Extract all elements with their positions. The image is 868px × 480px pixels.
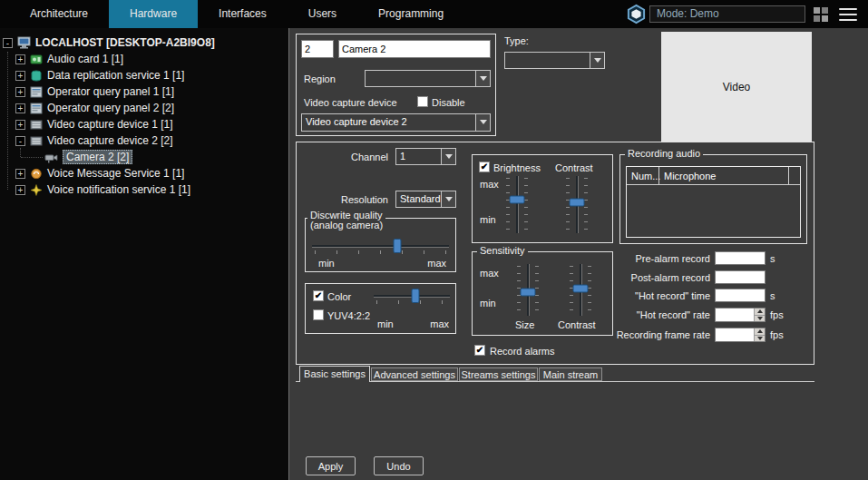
contrast-slider[interactable] xyxy=(565,176,589,233)
apply-button[interactable]: Apply xyxy=(306,456,356,475)
expand-icon[interactable] xyxy=(15,120,25,130)
collapse-icon[interactable] xyxy=(3,38,13,48)
expand-icon[interactable] xyxy=(15,71,25,81)
tree-item-label: Operator query panel 1 [1] xyxy=(47,85,174,98)
region-dropdown[interactable] xyxy=(365,70,491,87)
slider-handle[interactable] xyxy=(412,289,420,303)
tab-hardware[interactable]: Hardware xyxy=(109,0,198,28)
object-id-field[interactable] xyxy=(301,40,334,58)
column-num: Num... xyxy=(627,167,659,184)
hot-record-rate-stepper[interactable] xyxy=(715,308,766,322)
expand-icon[interactable] xyxy=(15,103,25,113)
disable-label: Disable xyxy=(432,97,465,108)
tree-item-camera-2[interactable]: Camera 2 [2] xyxy=(0,149,288,165)
slider-ticks xyxy=(524,178,528,231)
tree-item-data-replication[interactable]: Data replication service 1 [1] xyxy=(0,67,288,83)
query-panel-icon xyxy=(30,86,43,98)
tab-advanced-settings[interactable]: Advanced settings xyxy=(371,367,458,381)
expand-icon[interactable] xyxy=(15,54,25,64)
video-preview-label: Video xyxy=(723,81,750,93)
audio-card-icon xyxy=(30,54,43,65)
hot-record-rate-unit: fps xyxy=(770,309,784,320)
disable-checkbox[interactable] xyxy=(417,96,428,107)
column-microphone: Microphone xyxy=(659,167,789,184)
yuv-checkbox[interactable] xyxy=(313,309,324,320)
brightness-slider[interactable] xyxy=(505,176,529,233)
expand-icon[interactable] xyxy=(15,185,25,195)
hot-record-rate-field[interactable] xyxy=(716,309,754,321)
spin-up-icon[interactable] xyxy=(755,328,765,336)
resolution-dropdown[interactable]: Standard xyxy=(395,191,456,208)
expand-icon[interactable] xyxy=(15,169,25,179)
sensitivity-size-slider[interactable] xyxy=(516,264,540,316)
collapse-icon[interactable] xyxy=(15,136,25,146)
pre-alarm-record-label: Pre-alarm record xyxy=(561,253,710,264)
post-alarm-record-field[interactable] xyxy=(715,270,766,284)
tree-item-localhost[interactable]: LOCALHOST [DESKTOP-A2BI9O8] xyxy=(0,34,288,51)
tab-architecture[interactable]: Architecture xyxy=(9,0,109,28)
record-alarms-checkbox[interactable] xyxy=(474,345,485,356)
color-checkbox[interactable] xyxy=(313,290,324,301)
tab-main-stream[interactable]: Main stream xyxy=(539,367,602,381)
pre-alarm-record-field[interactable] xyxy=(715,251,766,265)
channel-label: Channel xyxy=(296,152,388,162)
color-slider[interactable] xyxy=(374,289,450,305)
tree-item-label: Voice Message Service 1 [1] xyxy=(47,167,184,180)
undo-button[interactable]: Undo xyxy=(374,456,424,475)
hot-record-time-field[interactable] xyxy=(715,289,766,302)
post-alarm-record-label: Post-alarm record xyxy=(561,272,710,283)
pre-alarm-record-unit: s xyxy=(770,253,775,264)
chevron-down-icon xyxy=(441,191,455,207)
tree-item-voice-message-service[interactable]: Voice Message Service 1 [1] xyxy=(0,165,288,181)
slider-handle[interactable] xyxy=(393,239,401,253)
video-preview: Video xyxy=(661,32,812,142)
slider-handle[interactable] xyxy=(510,196,525,204)
hamburger-menu-icon[interactable] xyxy=(839,8,857,21)
tree-item-operator-query-panel-2[interactable]: Operator query panel 2 [2] xyxy=(0,100,288,116)
video-capture-device-label: Video capture device xyxy=(304,97,397,108)
spin-down-icon[interactable] xyxy=(755,336,765,342)
color-groupbox: Color YUV4:2:2 min max xyxy=(305,283,456,334)
slider-ticks xyxy=(535,266,539,314)
tab-basic-settings[interactable]: Basic settings xyxy=(299,366,370,382)
type-value xyxy=(505,53,590,68)
tree-item-voice-notification-service[interactable]: Voice notification service 1 [1] xyxy=(0,181,288,198)
slider-track xyxy=(312,245,449,247)
tree-item-video-capture-device-1[interactable]: Video capture device 1 [1] xyxy=(0,116,288,132)
channel-dropdown[interactable]: 1 xyxy=(395,148,456,165)
app-logo-hexagon-icon xyxy=(626,4,647,24)
mode-field[interactable]: Mode: Demo xyxy=(649,5,805,23)
tab-programming[interactable]: Programming xyxy=(357,0,464,28)
tab-interfaces[interactable]: Interfaces xyxy=(198,0,288,28)
recording-audio-title: Recording audio xyxy=(625,148,703,159)
recording-frame-rate-field[interactable] xyxy=(716,328,754,341)
tree-item-audio-card[interactable]: Audio card 1 [1] xyxy=(0,51,288,67)
slider-handle[interactable] xyxy=(521,289,536,297)
expand-icon[interactable] xyxy=(15,87,25,97)
discwrite-quality-title: Discwrite quality (analog camera) xyxy=(307,211,385,230)
resolution-label: Resolution xyxy=(296,194,388,205)
channel-value: 1 xyxy=(396,149,441,164)
object-name-field[interactable] xyxy=(338,40,491,58)
max-label: max xyxy=(480,179,499,190)
tree-item-operator-query-panel-1[interactable]: Operator query panel 1 [1] xyxy=(0,83,288,100)
slider-track xyxy=(516,176,518,233)
slider-handle[interactable] xyxy=(570,198,585,206)
spin-down-icon[interactable] xyxy=(755,316,765,322)
spin-up-icon[interactable] xyxy=(755,309,765,316)
table-header: Num... Microphone xyxy=(627,167,800,185)
type-dropdown[interactable] xyxy=(504,52,605,69)
tab-users[interactable]: Users xyxy=(288,0,357,28)
brightness-checkbox[interactable] xyxy=(479,162,490,172)
video-capture-device-dropdown[interactable]: Video capture device 2 xyxy=(301,113,491,132)
tree-item-video-capture-device-2[interactable]: Video capture device 2 [2] xyxy=(0,132,288,149)
recording-audio-table[interactable]: Num... Microphone xyxy=(626,166,801,238)
tab-streams-settings[interactable]: Streams settings xyxy=(459,367,538,381)
discwrite-quality-slider[interactable] xyxy=(312,239,449,255)
recording-frame-rate-label: Recording frame rate xyxy=(561,329,710,340)
recording-frame-rate-stepper[interactable] xyxy=(715,328,766,342)
column-spacer xyxy=(789,167,800,184)
application-window: Architecture Hardware Interfaces Users P… xyxy=(0,0,868,480)
layout-grid-icon[interactable] xyxy=(814,7,828,22)
slider-ticks xyxy=(584,178,588,231)
